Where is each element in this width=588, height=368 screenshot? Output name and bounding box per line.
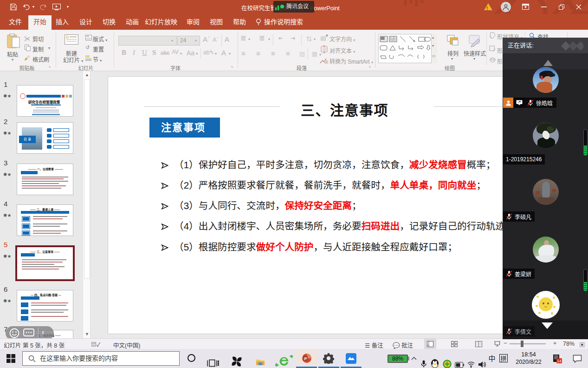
svg-text:14: 14 — [557, 359, 562, 363]
svg-text:P: P — [304, 356, 307, 361]
